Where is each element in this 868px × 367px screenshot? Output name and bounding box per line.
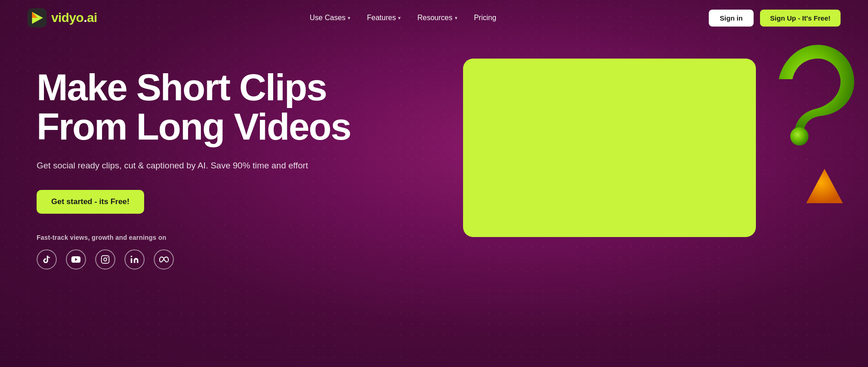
svg-point-6 — [131, 255, 132, 257]
hero-video-card — [463, 59, 756, 237]
signup-button[interactable]: Sign Up - It's Free! — [760, 10, 841, 27]
logo-text: vidyo.ai — [51, 11, 97, 25]
features-chevron-icon: ▾ — [398, 15, 401, 21]
social-icons-row — [37, 249, 350, 270]
svg-point-5 — [107, 257, 108, 258]
decorative-hook — [735, 40, 863, 161]
instagram-icon[interactable] — [95, 249, 115, 270]
tiktok-icon[interactable] — [37, 249, 57, 270]
nav-use-cases[interactable]: Use Cases ▾ — [310, 14, 350, 22]
hero-content: Make Short Clips From Long Videos Get so… — [37, 54, 350, 270]
logo[interactable]: vidyo.ai — [27, 8, 97, 27]
hero-section: Make Short Clips From Long Videos Get so… — [0, 36, 868, 347]
svg-point-7 — [790, 127, 809, 146]
youtube-icon[interactable] — [66, 249, 86, 270]
logo-icon — [27, 8, 47, 27]
social-label: Fast-track views, growth and earnings on — [37, 234, 350, 241]
svg-rect-3 — [102, 255, 109, 263]
hero-visual — [350, 54, 841, 237]
svg-point-4 — [104, 258, 107, 261]
signin-button[interactable]: Sign in — [709, 10, 754, 27]
hero-title: Make Short Clips From Long Videos — [37, 68, 350, 146]
nav-features[interactable]: Features ▾ — [367, 14, 401, 22]
linkedin-icon[interactable] — [124, 249, 145, 270]
resources-chevron-icon: ▾ — [455, 15, 458, 21]
navbar: vidyo.ai Use Cases ▾ Features ▾ Resource… — [0, 0, 868, 36]
svg-marker-8 — [806, 169, 843, 203]
cta-button[interactable]: Get started - its Free! — [37, 190, 144, 214]
nav-pricing[interactable]: Pricing — [474, 14, 496, 22]
decorative-triangle — [804, 167, 845, 210]
nav-actions: Sign in Sign Up - It's Free! — [709, 10, 841, 27]
nav-links: Use Cases ▾ Features ▾ Resources ▾ Prici… — [310, 14, 496, 22]
use-cases-chevron-icon: ▾ — [348, 15, 350, 21]
hero-subtitle: Get social ready clips, cut & captioned … — [37, 159, 350, 173]
nav-resources[interactable]: Resources ▾ — [417, 14, 457, 22]
meta-icon[interactable] — [154, 249, 174, 270]
